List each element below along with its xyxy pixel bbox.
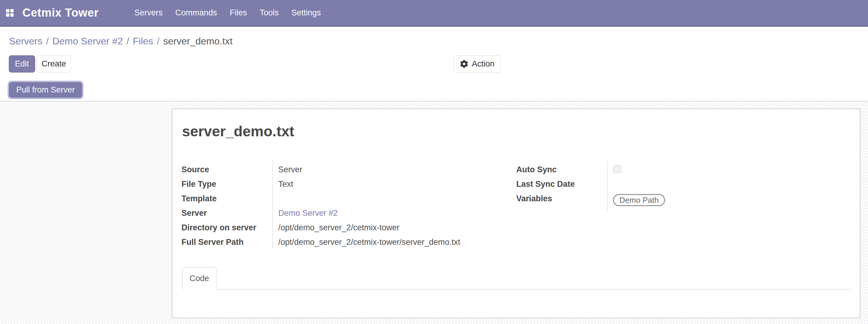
group-separator [272, 161, 273, 249]
tab-code[interactable]: Code [182, 267, 217, 290]
auto-sync-checkbox[interactable] [613, 165, 621, 173]
field-label: Directory on server [182, 222, 272, 233]
field-row-directory: Directory on server /opt/demo_server_2/c… [182, 220, 508, 235]
tab-strip-line [182, 289, 850, 290]
field-label: Auto Sync [516, 164, 607, 175]
breadcrumb-files[interactable]: Files [133, 36, 153, 46]
field-label: Template [182, 193, 272, 204]
field-label: Server [182, 208, 272, 218]
menu-settings[interactable]: Settings [291, 8, 321, 18]
field-label: File Type [182, 179, 272, 189]
field-row-auto-sync: Auto Sync [516, 162, 758, 177]
field-group-right: Auto Sync Last Sync Date Variables Demo … [516, 162, 758, 206]
breadcrumb-separator: / [46, 36, 49, 46]
edit-button[interactable]: Edit [9, 55, 35, 72]
field-value: /opt/demo_server_2/cetmix-tower/server_d… [278, 237, 460, 247]
field-row-last-sync: Last Sync Date [516, 177, 758, 191]
field-label: Last Sync Date [516, 179, 607, 189]
breadcrumb-separator: / [157, 36, 160, 46]
field-row-full-path: Full Server Path /opt/demo_server_2/cetm… [182, 235, 508, 249]
page-title: server_demo.txt [182, 123, 294, 140]
create-button[interactable]: Create [37, 55, 71, 72]
field-value: Text [278, 179, 293, 189]
field-row-variables: Variables Demo Path [516, 191, 758, 206]
group-separator [607, 161, 608, 212]
field-row-server: Server Demo Server #2 [182, 206, 508, 220]
menu-tools[interactable]: Tools [259, 8, 279, 18]
app-brand: Cetmix Tower [22, 6, 99, 19]
field-row-template: Template [182, 191, 508, 206]
variable-tag: Demo Path [613, 194, 665, 206]
main-menu: Servers Commands Files Tools Settings [134, 8, 321, 18]
field-group-left: Source Server File Type Text Template Se… [182, 162, 508, 249]
form-sheet: server_demo.txt Source Server File Type … [172, 108, 861, 318]
field-row-source: Source Server [182, 162, 508, 177]
top-navbar: Cetmix Tower Servers Commands Files Tool… [0, 0, 868, 27]
breadcrumb-demo-server[interactable]: Demo Server #2 [52, 36, 123, 46]
breadcrumb: Servers/Demo Server #2/Files/server_demo… [9, 36, 232, 47]
apps-grid-icon[interactable] [6, 9, 14, 17]
menu-commands[interactable]: Commands [175, 8, 217, 18]
pull-from-server-button[interactable]: Pull from Server [9, 82, 82, 98]
field-value: Server [278, 164, 303, 175]
server-link[interactable]: Demo Server #2 [278, 208, 338, 218]
breadcrumb-current: server_demo.txt [163, 36, 232, 46]
menu-servers[interactable]: Servers [134, 8, 162, 18]
gear-icon [460, 60, 468, 68]
field-row-file-type: File Type Text [182, 177, 508, 191]
action-button-label: Action [472, 59, 495, 69]
field-value: /opt/demo_server_2/cetmix-tower [278, 222, 400, 233]
menu-files[interactable]: Files [229, 8, 247, 18]
control-panel: Servers/Demo Server #2/Files/server_demo… [0, 28, 868, 102]
action-button[interactable]: Action [454, 55, 501, 72]
field-label: Full Server Path [182, 237, 272, 247]
breadcrumb-servers[interactable]: Servers [9, 36, 42, 46]
breadcrumb-separator: / [126, 36, 129, 46]
field-label: Source [182, 164, 272, 175]
field-label: Variables [516, 193, 607, 204]
